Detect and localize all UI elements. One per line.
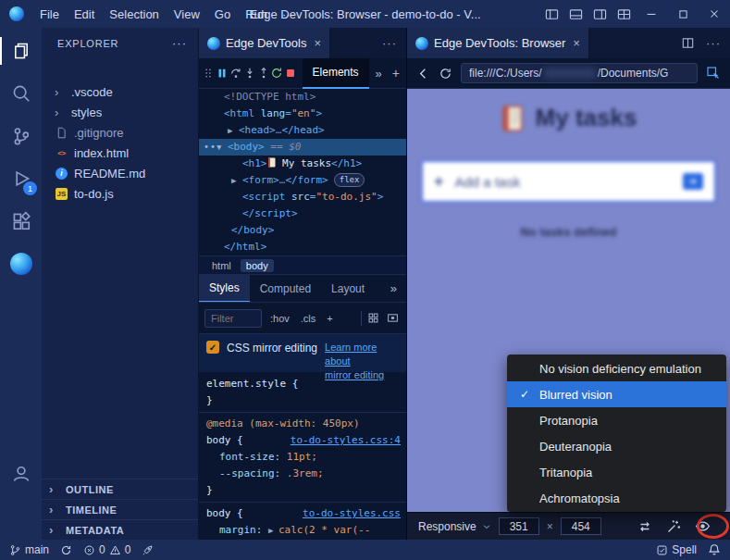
activitybar-accounts[interactable]	[0, 453, 42, 495]
dom-body-close[interactable]: </body>	[199, 222, 406, 239]
tab-edge-devtools-browser[interactable]: Edge DevTools: Browser ×	[407, 28, 589, 58]
more-tools-icon[interactable]: »	[369, 67, 389, 81]
css-prop-font-size[interactable]: font-size: 11pt;	[199, 449, 406, 466]
rotate-viewport-icon[interactable]	[637, 519, 652, 534]
vision-deficiency-eye-icon[interactable]	[695, 518, 711, 534]
pane-overflow-icon[interactable]: »	[390, 281, 406, 295]
problems-indicator[interactable]: 0 0	[83, 543, 130, 556]
restart-button[interactable]	[270, 63, 284, 83]
section-timeline[interactable]: › TIMELINE	[42, 499, 198, 519]
drag-handle-icon[interactable]	[202, 63, 216, 83]
activitybar-source-control[interactable]	[0, 115, 42, 157]
menu-file[interactable]: File	[32, 4, 67, 25]
close-window-button[interactable]	[699, 0, 730, 28]
activitybar-explorer[interactable]	[0, 30, 42, 72]
menu-item-no-emulation[interactable]: No vision deficiency emulation	[507, 355, 726, 381]
step-out-button[interactable]	[256, 63, 270, 83]
customize-layout-icon[interactable]	[612, 0, 636, 28]
box-model-icon[interactable]	[385, 310, 401, 326]
url-bar[interactable]: file:///C:/Users/ /Documents/G	[461, 63, 698, 83]
tab-computed[interactable]: Computed	[250, 275, 321, 303]
css-element-style[interactable]: element.style {	[199, 376, 406, 392]
spell-checker-indicator[interactable]: Spell	[656, 543, 697, 556]
menu-edit[interactable]: Edit	[67, 4, 102, 25]
tree-item-gitignore[interactable]: .gitignore	[42, 122, 198, 143]
styles-filter-input[interactable]	[204, 309, 262, 328]
menu-item-blurred-vision[interactable]: ✓ Blurred vision	[507, 381, 726, 407]
stop-button[interactable]	[284, 63, 298, 83]
dom-script-close[interactable]: </script>	[199, 205, 406, 222]
breadcrumb-html[interactable]: html	[206, 259, 237, 272]
viewport-height-input[interactable]	[561, 517, 601, 535]
device-mode-dropdown[interactable]: Responsive	[418, 520, 491, 533]
toggle-hover-state-button[interactable]: :hov	[267, 311, 292, 326]
toggle-class-button[interactable]: .cls	[298, 311, 319, 326]
tree-item-vscode[interactable]: › .vscode	[42, 81, 198, 102]
launch-indicator[interactable]	[142, 544, 154, 556]
dom-body-selected[interactable]: •••▼<body> == $0	[199, 139, 406, 156]
menu-selection[interactable]: Selection	[102, 4, 166, 25]
editor-actions-more[interactable]: ···	[706, 36, 721, 50]
reload-button[interactable]	[439, 67, 452, 81]
grid-overlay-icon[interactable]	[365, 310, 381, 326]
breadcrumb-body[interactable]: body	[241, 259, 274, 272]
tree-item-styles[interactable]: › styles	[42, 102, 198, 122]
tree-item-index-html[interactable]: <> index.html	[42, 143, 198, 163]
tree-item-readme[interactable]: i README.md	[42, 163, 198, 183]
new-style-rule-button[interactable]: +	[324, 311, 335, 326]
menu-view[interactable]: View	[167, 4, 207, 25]
stylesheet-link[interactable]: to-do-styles.css:4	[291, 432, 401, 449]
collapsed-arrow-icon[interactable]: ▶	[231, 172, 242, 189]
toggle-sidebar-icon[interactable]	[539, 0, 563, 28]
editor-actions-more[interactable]: ···	[382, 36, 397, 50]
toggle-secondary-sidebar-icon[interactable]	[588, 0, 612, 28]
back-button[interactable]	[416, 67, 430, 81]
css-mirror-checkbox[interactable]: ✓	[206, 341, 219, 354]
maximize-button[interactable]	[667, 0, 699, 28]
dom-head[interactable]: ▶<head>…</head>	[199, 122, 406, 139]
tab-elements[interactable]: Elements	[303, 58, 369, 89]
collapsed-arrow-icon[interactable]: ▶	[228, 122, 239, 139]
step-over-button[interactable]	[229, 63, 243, 83]
tab-styles[interactable]: Styles	[199, 275, 250, 303]
menu-item-achromatopsia[interactable]: Achromatopsia	[507, 485, 726, 511]
dom-h1[interactable]: <h1> My tasks</h1>	[199, 156, 406, 172]
flex-badge[interactable]: flex	[334, 173, 365, 187]
activitybar-run-debug[interactable]: 1	[0, 157, 42, 200]
branch-indicator[interactable]: main	[9, 543, 49, 556]
tab-edge-devtools[interactable]: Edge DevTools ×	[199, 28, 330, 58]
emulation-wand-icon[interactable]	[666, 519, 681, 534]
expand-value-icon[interactable]: ▶	[268, 522, 278, 539]
sync-button[interactable]	[60, 544, 72, 556]
tree-item-todo-js[interactable]: JS to-do.js	[42, 183, 198, 204]
add-task-button[interactable]	[683, 173, 703, 190]
close-tab-icon[interactable]: ×	[573, 36, 580, 50]
inspect-element-icon[interactable]	[706, 66, 721, 81]
tab-layout[interactable]: Layout	[321, 275, 375, 303]
viewport-width-input[interactable]	[499, 517, 539, 535]
activitybar-edge-devtools[interactable]	[0, 243, 42, 285]
stylesheet-link[interactable]: to-do-styles.css	[303, 505, 401, 522]
menu-go[interactable]: Go	[207, 4, 238, 25]
explorer-more-button[interactable]: ···	[172, 36, 187, 50]
add-tool-icon[interactable]: +	[389, 66, 403, 81]
css-rule-body-1[interactable]: body {to-do-styles.css:4	[199, 432, 406, 449]
css-rule-body-2[interactable]: body {to-do-styles.css	[199, 505, 406, 522]
section-metadata[interactable]: › METADATA	[42, 519, 198, 540]
toggle-panel-icon[interactable]	[563, 0, 588, 28]
dom-script-open[interactable]: <script src="to-do.js">	[199, 189, 406, 205]
menu-item-protanopia[interactable]: Protanopia	[507, 407, 726, 433]
close-tab-icon[interactable]: ×	[314, 36, 321, 50]
css-prop-margin[interactable]: margin: ▶calc(2 * var(--	[199, 522, 406, 539]
pause-button[interactable]	[216, 63, 229, 83]
notifications-bell[interactable]	[708, 543, 721, 556]
dom-doctype[interactable]: <!DOCTYPE html>	[199, 89, 406, 106]
css-media-query[interactable]: @media (max-width: 450px)	[199, 416, 406, 432]
more-actions-dots[interactable]: •••	[204, 139, 223, 156]
minimize-button[interactable]	[636, 0, 667, 28]
split-editor-icon[interactable]	[681, 36, 695, 50]
dom-form[interactable]: ▶<form>…</form>flex	[199, 172, 406, 189]
menu-item-deuteranopia[interactable]: Deuteranopia	[507, 433, 726, 459]
menu-item-tritanopia[interactable]: Tritanopia	[507, 459, 726, 485]
section-outline[interactable]: › OUTLINE	[42, 479, 198, 499]
